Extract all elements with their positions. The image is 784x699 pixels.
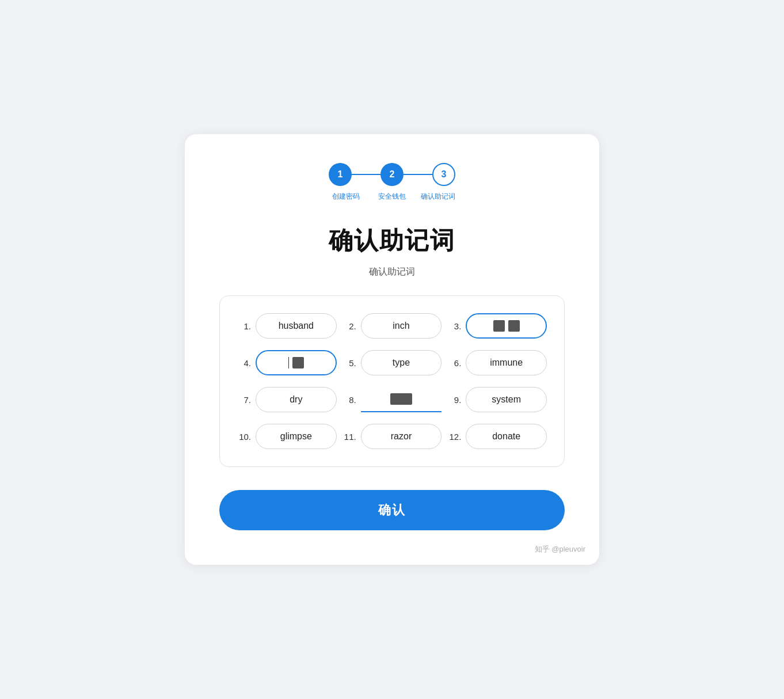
word-number-2: 2. bbox=[342, 321, 356, 331]
redact-sq-3a bbox=[493, 320, 505, 332]
word-number-3: 3. bbox=[447, 321, 461, 331]
word-item-5: 5. type bbox=[342, 350, 442, 375]
word-item-3: 3. bbox=[447, 313, 547, 339]
word-pill-9[interactable]: system bbox=[466, 387, 547, 412]
step-line-1 bbox=[352, 174, 380, 175]
word-pill-6[interactable]: immune bbox=[466, 350, 547, 375]
word-pill-5[interactable]: type bbox=[361, 350, 442, 375]
word-item-6: 6. immune bbox=[447, 350, 547, 375]
word-pill-11[interactable]: razor bbox=[361, 424, 442, 449]
word-pill-12[interactable]: donate bbox=[466, 424, 547, 449]
step-2: 2 bbox=[380, 163, 404, 186]
page-subtitle: 确认助记词 bbox=[219, 266, 565, 278]
word-item-7: 7. dry bbox=[237, 387, 337, 412]
words-box: 1. husband 2. inch 3. 4. bbox=[219, 295, 565, 467]
stepper-circles: 1 2 3 bbox=[329, 163, 455, 186]
word-item-10: 10. glimpse bbox=[237, 424, 337, 449]
step-3: 3 bbox=[432, 163, 455, 186]
word-number-10: 10. bbox=[237, 432, 251, 442]
stepper-labels: 创建密码 安全钱包 确认助记词 bbox=[323, 192, 461, 202]
word-number-8: 8. bbox=[342, 395, 356, 405]
word-pill-1[interactable]: husband bbox=[256, 313, 337, 339]
word-item-12: 12. donate bbox=[447, 424, 547, 449]
word-item-11: 11. razor bbox=[342, 424, 442, 449]
word-number-12: 12. bbox=[447, 432, 461, 442]
stepper: 1 2 3 创建密码 安全钱包 确认助记词 bbox=[219, 163, 565, 202]
redacted-3 bbox=[493, 320, 520, 332]
step-line-2 bbox=[404, 174, 432, 175]
redact-sq-4 bbox=[292, 357, 304, 369]
word-item-8: 8. bbox=[342, 387, 442, 412]
step-label-3: 确认助记词 bbox=[415, 192, 461, 202]
word-pill-10[interactable]: glimpse bbox=[256, 424, 337, 449]
cursor-4 bbox=[288, 357, 304, 369]
word-pill-7[interactable]: dry bbox=[256, 387, 337, 412]
page-title: 确认助记词 bbox=[219, 225, 565, 257]
word-item-1: 1. husband bbox=[237, 313, 337, 339]
word-number-11: 11. bbox=[342, 432, 356, 442]
word-number-5: 5. bbox=[342, 358, 356, 368]
word-number-9: 9. bbox=[447, 395, 461, 405]
word-number-7: 7. bbox=[237, 395, 251, 405]
word-number-4: 4. bbox=[237, 358, 251, 368]
word-number-6: 6. bbox=[447, 358, 461, 368]
word-pill-2[interactable]: inch bbox=[361, 313, 442, 339]
main-card: 1 2 3 创建密码 安全钱包 确认助记词 确认助记词 确认助记词 1. hus… bbox=[185, 134, 599, 565]
step-label-1: 创建密码 bbox=[323, 192, 369, 202]
word-item-2: 2. inch bbox=[342, 313, 442, 339]
word-item-4: 4. bbox=[237, 350, 337, 375]
word-pill-4[interactable] bbox=[256, 350, 337, 375]
step-label-2: 安全钱包 bbox=[369, 192, 415, 202]
word-pill-8[interactable] bbox=[361, 387, 442, 412]
word-item-9: 9. system bbox=[447, 387, 547, 412]
redact-sq-8 bbox=[390, 393, 412, 405]
step-1: 1 bbox=[329, 163, 352, 186]
confirm-button[interactable]: 确认 bbox=[219, 490, 565, 530]
word-pill-3[interactable] bbox=[466, 313, 547, 339]
words-grid: 1. husband 2. inch 3. 4. bbox=[237, 313, 547, 449]
redact-sq-3b bbox=[508, 320, 520, 332]
word-number-1: 1. bbox=[237, 321, 251, 331]
watermark: 知乎 @pleuvoir bbox=[535, 544, 585, 554]
cursor-line-4 bbox=[288, 357, 289, 369]
